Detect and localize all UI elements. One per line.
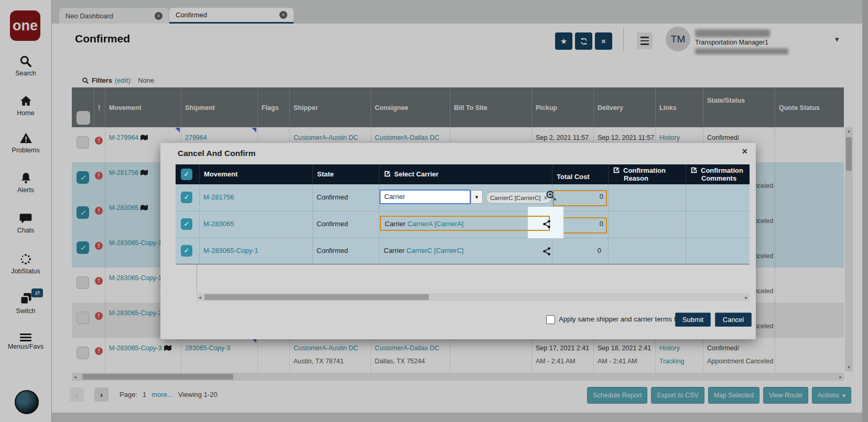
dialog-footer: Apply same shipper and carrier terms for… bbox=[160, 313, 756, 327]
dialog-close-icon[interactable]: × bbox=[742, 146, 747, 157]
check-icon: ✓ bbox=[184, 170, 190, 178]
edit-icon bbox=[690, 166, 698, 174]
dialog-title: Cancel And Confirm bbox=[178, 149, 255, 158]
edit-icon bbox=[613, 166, 620, 174]
check-icon: ✓ bbox=[184, 193, 190, 201]
apply-terms-checkbox[interactable] bbox=[546, 315, 555, 324]
dialog-col-state[interactable]: State bbox=[312, 164, 379, 184]
dialog-row-checkbox[interactable]: ✓ bbox=[181, 245, 192, 257]
dialog-col-confirmation-reason[interactable]: ConfirmationReason bbox=[608, 164, 686, 184]
dialog-row-checkbox[interactable]: ✓ bbox=[181, 218, 192, 230]
carrier-select-chevron-icon[interactable]: ▾ bbox=[471, 190, 483, 204]
check-icon: ✓ bbox=[184, 220, 190, 228]
dialog-state: Confirmed bbox=[317, 247, 348, 254]
dialog-row[interactable]: ✓ M-283065-Copy-1 Confirmed Carrier Carr… bbox=[176, 238, 750, 264]
apply-terms-label: Apply same shipper and carrier terms for… bbox=[559, 315, 692, 323]
total-cost-value: 0 bbox=[553, 247, 601, 254]
scroll-right-icon[interactable]: ▸ bbox=[745, 295, 747, 300]
dialog-col-select-carrier[interactable]: Select Carrier bbox=[379, 164, 552, 184]
edit-icon bbox=[384, 170, 391, 177]
share-icon[interactable] bbox=[542, 247, 551, 256]
scroll-left-icon[interactable]: ◂ bbox=[199, 295, 201, 300]
dialog-horizontal-scrollbar[interactable]: ◂ ▸ bbox=[197, 293, 750, 301]
app-window: one Search Home Problems Alerts Chats Jo… bbox=[0, 0, 868, 422]
carrier-link[interactable]: CarrierA [CarrierA] bbox=[407, 220, 463, 228]
dialog-col-movement[interactable]: Movement bbox=[199, 164, 312, 184]
cancel-and-confirm-dialog: Cancel And Confirm × ✓ Movement State Se… bbox=[160, 143, 756, 339]
dialog-col-total-cost[interactable]: Total Cost bbox=[552, 164, 608, 184]
dialog-row[interactable]: ✓ M-283065 Confirmed Carrier CarrierA [C… bbox=[176, 211, 750, 238]
dialog-state: Confirmed bbox=[317, 220, 348, 228]
total-cost-input[interactable]: 0 bbox=[553, 190, 607, 206]
submit-button[interactable]: Submit bbox=[675, 313, 711, 327]
dialog-row-checkbox[interactable]: ✓ bbox=[181, 192, 192, 203]
carrier-cell[interactable]: Carrier CarrierC [CarrierC] bbox=[384, 247, 463, 254]
dialog-state: Confirmed bbox=[317, 193, 348, 201]
check-icon: ✓ bbox=[184, 247, 190, 254]
dialog-movement-link[interactable]: M-283065 bbox=[203, 220, 234, 228]
dialog-row[interactable]: ✓ M-281756 Confirmed Carrier ▾ CarrierC … bbox=[176, 184, 750, 211]
carrier-cell-selected[interactable]: Carrier CarrierA [CarrierA] bbox=[380, 216, 550, 231]
dialog-movement-link[interactable]: M-283065-Copy-1 bbox=[203, 247, 258, 254]
dialog-table: ✓ Movement State Select Carrier Total Co… bbox=[176, 164, 750, 264]
share-icon[interactable] bbox=[542, 219, 551, 229]
dialog-movement-link[interactable]: M-281756 bbox=[203, 193, 234, 201]
carrier-link[interactable]: CarrierC [CarrierC] bbox=[406, 247, 463, 254]
dialog-table-header: ✓ Movement State Select Carrier Total Co… bbox=[176, 164, 750, 184]
cancel-button[interactable]: Cancel bbox=[715, 313, 752, 327]
dialog-select-all-checkbox[interactable]: ✓ bbox=[181, 169, 192, 180]
carrier-chip[interactable]: CarrierC [CarrierC]× bbox=[486, 192, 552, 204]
scrollbar-thumb[interactable] bbox=[204, 294, 429, 300]
carrier-select-input[interactable]: Carrier bbox=[380, 190, 470, 204]
dialog-col-confirmation-comments[interactable]: ConfirmationComments bbox=[686, 164, 750, 184]
